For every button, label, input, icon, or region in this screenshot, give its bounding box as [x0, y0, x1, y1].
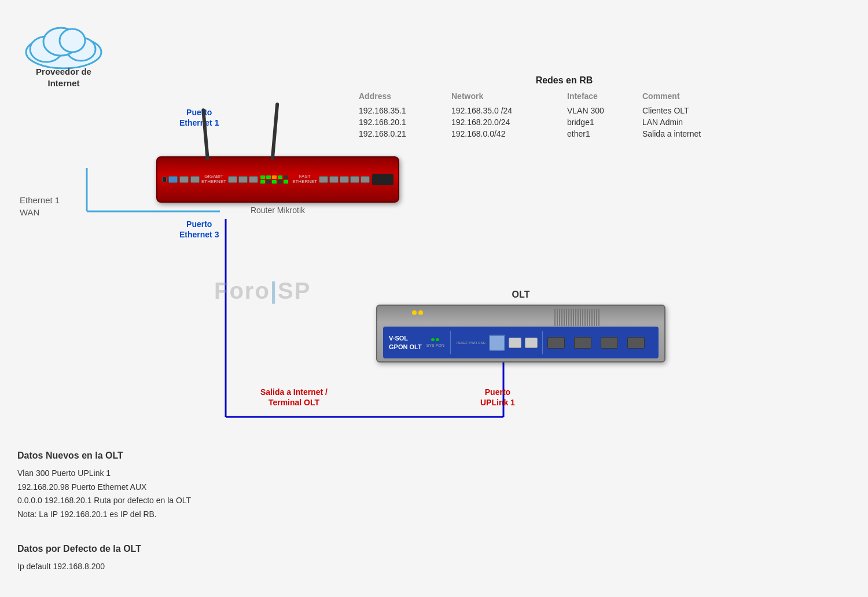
olt-led-yellow: [412, 310, 417, 315]
olt-port-sfp1: [547, 337, 565, 349]
port-sfp: [168, 176, 178, 183]
olt-title: OLT: [376, 290, 665, 300]
redes-grid: Address Network Inteface Comment 192.168…: [359, 90, 770, 139]
router-label: Router Mikrotik: [156, 206, 399, 215]
olt-port-rj45-1: [509, 338, 521, 348]
olt-brand: V·SOL GPON OLT: [389, 334, 422, 351]
col-header-network: Network: [451, 90, 567, 104]
svg-point-9: [60, 29, 85, 52]
col-header-comment: Comment: [642, 90, 770, 104]
row0-network: 192.168.35.0 /24: [451, 105, 567, 116]
col-header-address: Address: [359, 90, 451, 104]
olt-port-sfp4: [627, 337, 645, 349]
cloud-icon: .cloud-fill{fill:#e8f4fd;stroke:#44aadd;…: [17, 17, 110, 69]
port-eth1: [179, 176, 189, 183]
port-eth7: [329, 176, 339, 183]
olt-leds-top: [412, 310, 423, 315]
olt-port-sfp2: [574, 337, 591, 349]
port-usb: [162, 177, 167, 182]
puerto-eth3-label: Puerto Ethernet 3: [179, 219, 219, 240]
olt-port-rj45-2: [525, 338, 538, 348]
olt-led-yellow2: [418, 310, 423, 315]
row0-interface: VLAN 300: [567, 105, 642, 116]
puerto-salida-label: Salida a Internet / Terminal OLT: [260, 387, 328, 408]
datos-defecto: Datos por Defecto de la OLT Ip default 1…: [17, 541, 141, 574]
redes-table: Redes en RB Address Network Inteface Com…: [359, 75, 770, 139]
row2-address: 192.168.0.21: [359, 129, 451, 139]
olt-port-fiber1: [489, 335, 505, 351]
row1-interface: bridge1: [567, 117, 642, 127]
port-eth2: [190, 176, 200, 183]
datos-nuevos: Datos Nuevos en la OLT Vlan 300 Puerto U…: [17, 448, 191, 522]
antenna-right: [271, 102, 279, 160]
port-eth9: [350, 176, 359, 183]
datos-nuevos-line3: 0.0.0.0 192.168.20.1 Ruta por defecto en…: [17, 494, 191, 508]
datos-defecto-title: Datos por Defecto de la OLT: [17, 541, 141, 556]
datos-nuevos-title: Datos Nuevos en la OLT: [17, 448, 191, 463]
port-eth10: [361, 176, 370, 183]
puerto-eth1-label: Puerto Ethernet 1: [179, 107, 219, 128]
row0-comment: Clientes OLT: [642, 105, 770, 116]
redes-title: Redes en RB: [359, 75, 770, 86]
wan-label: Ethernet 1 WAN: [20, 194, 60, 218]
row0-address: 192.168.35.1: [359, 105, 451, 116]
datos-nuevos-line4: Nota: La IP 192.168.20.1 es IP del RB.: [17, 508, 191, 522]
port-eth8: [340, 176, 349, 183]
cloud-container: .cloud-fill{fill:#e8f4fd;stroke:#44aadd;…: [17, 17, 110, 87]
row1-network: 192.168.20.0/24: [451, 117, 567, 127]
datos-nuevos-line2: 192.168.20.98 Puerto Ethernet AUX: [17, 481, 191, 495]
olt-container: OLT V·SOL GPON OLT: [376, 290, 665, 362]
olt-port-sfp3: [601, 337, 618, 349]
col-header-interface: Inteface: [567, 90, 642, 104]
port-eth5: [249, 176, 258, 183]
olt-ports-area: SYS PON RESET PWR GNE: [426, 331, 653, 354]
olt-body: V·SOL GPON OLT SYS PON RESET PWR GNE: [376, 305, 665, 362]
watermark: Foro|SP: [214, 278, 311, 304]
row1-comment: LAN Admin: [642, 117, 770, 127]
port-eth6: [319, 176, 328, 183]
port-eth3: [228, 176, 237, 183]
led-group: [260, 175, 288, 184]
router-body: GIGABITETHERNET FASTETHERNET: [156, 156, 399, 203]
port-eth4: [238, 176, 248, 183]
router-container: GIGABITETHERNET FASTETHERNET: [156, 156, 399, 215]
puerto-uplink-label: Puerto UPLink 1: [480, 387, 515, 408]
row2-comment: Salida a internet: [642, 129, 770, 139]
row1-address: 192.168.20.1: [359, 117, 451, 127]
router-screen: [372, 174, 393, 185]
datos-defecto-line1: Ip default 192.168.8.200: [17, 560, 141, 574]
datos-nuevos-line1: Vlan 300 Puerto UPLink 1: [17, 467, 191, 481]
row2-network: 192.168.0.0/42: [451, 129, 567, 139]
olt-vent: [554, 309, 659, 326]
olt-inner: V·SOL GPON OLT SYS PON RESET PWR GNE: [383, 327, 659, 358]
row2-interface: ether1: [567, 129, 642, 139]
